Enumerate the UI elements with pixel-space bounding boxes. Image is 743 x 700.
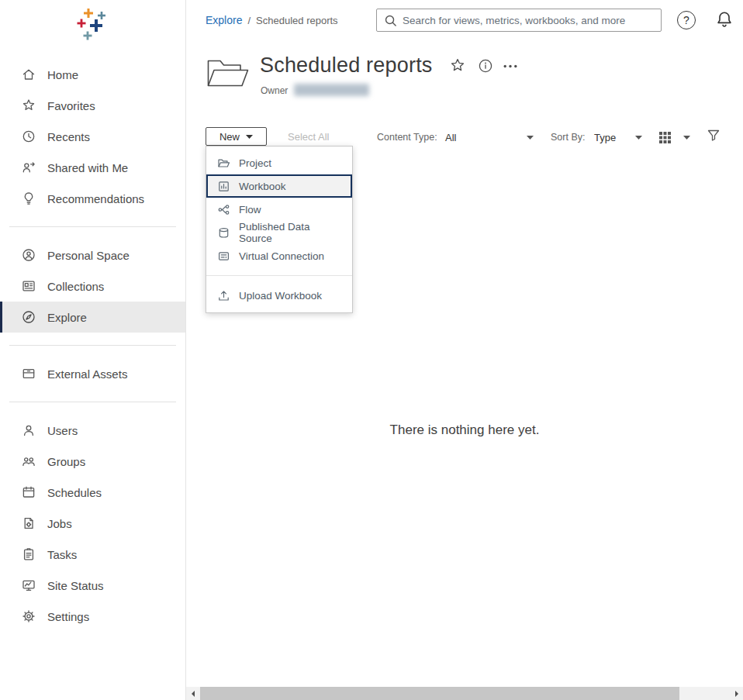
sidebar-item-recommendations[interactable]: Recommendations	[0, 183, 185, 214]
breadcrumb-separator: /	[247, 15, 251, 26]
sort-by-select[interactable]: Type	[591, 129, 645, 146]
help-glyph: ?	[683, 14, 689, 26]
menu-item-label: Flow	[239, 204, 261, 216]
more-actions-icon[interactable]	[503, 64, 517, 68]
sidebar-item-label: Recommendations	[47, 192, 144, 205]
scrollbar-thumb[interactable]	[200, 687, 679, 700]
virtual-connection-icon	[217, 250, 230, 263]
menu-item-label: Published Data Source	[239, 221, 344, 244]
flow-icon	[217, 203, 230, 216]
menu-item-virtual-connection[interactable]: Virtual Connection	[206, 244, 352, 267]
sidebar-item-favorites[interactable]: Favorites	[0, 90, 185, 121]
filter-icon[interactable]	[707, 129, 722, 144]
sidebar-item-home[interactable]: Home	[0, 59, 185, 90]
chevron-down-icon	[527, 136, 534, 140]
scroll-left-button[interactable]	[186, 687, 199, 700]
sidebar-item-collections[interactable]: Collections	[0, 271, 185, 302]
sidebar-divider	[9, 402, 176, 402]
menu-divider	[206, 275, 352, 276]
favorite-star-icon[interactable]	[450, 57, 465, 73]
gear-icon	[21, 609, 36, 624]
sidebar-divider	[9, 226, 176, 227]
calendar-icon	[21, 484, 36, 500]
content-type-select[interactable]: All	[442, 129, 537, 146]
menu-item-upload-workbook[interactable]: Upload Workbook	[206, 284, 352, 307]
sidebar-nav: Home Favorites Recents Shared with Me Re…	[0, 59, 185, 632]
content-type-label: Content Type:	[377, 132, 437, 143]
person-circle-icon	[21, 247, 36, 263]
view-mode-select[interactable]	[659, 129, 690, 146]
scroll-right-button[interactable]	[730, 687, 743, 700]
tableau-logo-icon	[75, 7, 111, 43]
new-button[interactable]: New	[206, 127, 267, 146]
help-icon[interactable]: ?	[677, 11, 696, 29]
horizontal-scrollbar[interactable]	[186, 687, 743, 700]
sidebar-item-external-assets[interactable]: External Assets	[0, 358, 185, 389]
notifications-bell-icon[interactable]	[715, 10, 734, 29]
empty-state-message: There is nothing here yet.	[186, 422, 743, 438]
sidebar-item-label: Jobs	[47, 517, 72, 530]
breadcrumb-explore-link[interactable]: Explore	[206, 14, 242, 26]
new-dropdown-menu: Project Workbook Flow Published Data Sou…	[206, 146, 353, 313]
shared-person-icon	[21, 160, 36, 175]
sidebar-item-label: Favorites	[47, 99, 95, 112]
breadcrumb-current: Scheduled reports	[256, 15, 338, 26]
content-type-value: All	[445, 132, 456, 143]
sidebar-item-recents[interactable]: Recents	[0, 121, 185, 152]
sidebar-item-site-status[interactable]: Site Status	[0, 570, 185, 601]
sidebar-item-label: Shared with Me	[47, 161, 128, 174]
sidebar-divider	[9, 345, 176, 346]
page-title: Scheduled reports	[260, 53, 433, 78]
sidebar-item-label: Site Status	[47, 579, 104, 592]
sidebar-item-personal-space[interactable]: Personal Space	[0, 240, 185, 271]
lightbulb-icon	[21, 191, 36, 206]
sidebar-item-schedules[interactable]: Schedules	[0, 477, 185, 508]
collections-icon	[21, 278, 36, 294]
sidebar-item-label: Home	[47, 68, 78, 81]
sidebar-item-label: Settings	[47, 610, 89, 623]
search-box[interactable]	[376, 9, 662, 32]
sidebar-item-explore[interactable]: Explore	[0, 302, 185, 333]
grid-view-icon	[659, 132, 671, 143]
sidebar-item-jobs[interactable]: Jobs	[0, 508, 185, 539]
data-source-icon	[217, 226, 230, 240]
upload-icon	[217, 289, 230, 302]
chevron-down-icon	[246, 135, 253, 139]
owner-name-redacted	[294, 84, 369, 96]
document-gear-icon	[21, 516, 36, 531]
sidebar-item-users[interactable]: Users	[0, 415, 185, 446]
breadcrumb: Explore / Scheduled reports	[206, 14, 338, 26]
sidebar-item-settings[interactable]: Settings	[0, 601, 185, 632]
sidebar-item-label: Groups	[47, 455, 85, 468]
sidebar: Home Favorites Recents Shared with Me Re…	[0, 0, 186, 700]
menu-item-workbook[interactable]: Workbook	[206, 174, 352, 198]
chevron-down-icon	[635, 136, 642, 140]
sort-by-value: Type	[594, 132, 616, 143]
cabinet-icon	[21, 366, 36, 381]
sidebar-item-label: Tasks	[47, 548, 77, 561]
menu-item-label: Workbook	[239, 181, 286, 192]
sidebar-item-tasks[interactable]: Tasks	[0, 539, 185, 570]
search-input[interactable]	[403, 15, 654, 26]
menu-item-published-data-source[interactable]: Published Data Source	[206, 221, 352, 244]
menu-item-flow[interactable]: Flow	[206, 198, 352, 221]
sidebar-item-label: External Assets	[47, 367, 127, 381]
scroll-left-arrow-icon	[188, 691, 195, 697]
menu-item-label: Project	[239, 157, 271, 169]
star-icon	[21, 98, 36, 113]
clipboard-icon	[21, 547, 36, 562]
workbook-icon	[217, 180, 230, 193]
project-folder-icon	[206, 55, 251, 91]
project-folder-icon	[217, 157, 230, 170]
menu-item-label: Upload Workbook	[239, 290, 322, 302]
new-button-label: New	[219, 131, 240, 143]
monitor-chart-icon	[21, 578, 36, 593]
menu-item-project[interactable]: Project	[206, 151, 352, 174]
sidebar-item-shared-with-me[interactable]: Shared with Me	[0, 152, 185, 183]
select-all-button[interactable]: Select All	[288, 131, 329, 143]
sidebar-item-groups[interactable]: Groups	[0, 446, 185, 477]
sidebar-item-label: Schedules	[47, 486, 102, 499]
tableau-logo[interactable]	[0, 0, 185, 59]
main-content: Explore / Scheduled reports ? Scheduled …	[186, 0, 743, 700]
info-icon[interactable]	[479, 59, 492, 73]
